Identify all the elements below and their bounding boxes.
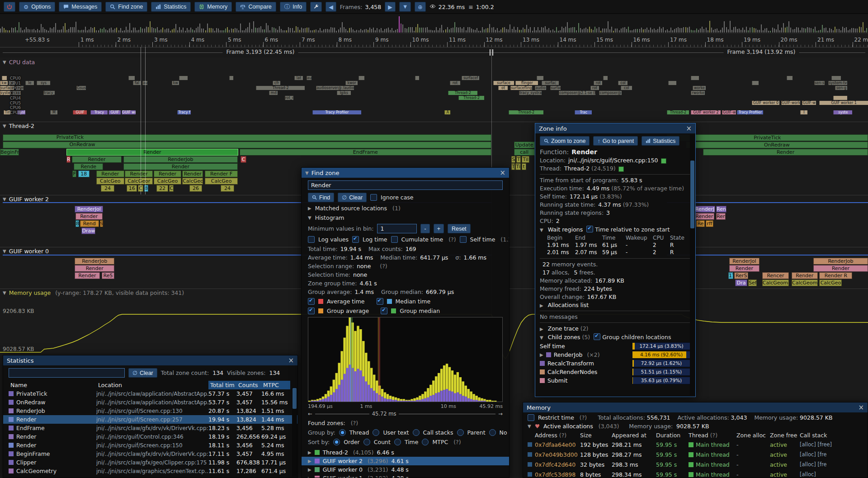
zone[interactable]: RenderJol	[75, 206, 103, 213]
frame-bar[interactable]	[98, 30, 99, 33]
frame-bar[interactable]	[728, 29, 729, 33]
frame-bar[interactable]	[240, 24, 241, 33]
cpu-zone[interactable]: I	[800, 110, 807, 114]
frame-bar[interactable]	[779, 30, 780, 33]
frame-bar[interactable]	[567, 22, 568, 33]
frame-bar[interactable]	[384, 29, 385, 33]
cpu-zone[interactable]: lat	[294, 76, 303, 80]
frame-bar[interactable]	[284, 30, 285, 33]
statistics-titlebar[interactable]: Statistics ×	[3, 355, 297, 365]
frame-bar[interactable]	[75, 22, 76, 33]
frame-bar[interactable]	[340, 28, 341, 33]
frame-bar[interactable]	[572, 27, 573, 33]
frame-bar[interactable]	[541, 27, 542, 33]
frame-bar[interactable]	[312, 30, 313, 33]
statistics-button[interactable]: Statistics	[151, 2, 191, 12]
cpu-zone[interactable]: GUIF	[73, 110, 87, 114]
collapse-icon[interactable]: ▼	[3, 123, 6, 128]
zone[interactable]: Render	[75, 272, 100, 279]
frame-bar[interactable]	[698, 30, 699, 33]
frame-bar[interactable]	[81, 30, 82, 33]
frame-bar[interactable]	[803, 28, 804, 33]
frame-bar[interactable]	[342, 22, 343, 33]
frame-bar[interactable]	[116, 28, 117, 33]
zone[interactable]: CalcGeo	[205, 178, 238, 185]
frame-bar[interactable]	[222, 30, 222, 33]
frame-bar[interactable]	[548, 28, 549, 33]
frame-bar[interactable]	[96, 30, 97, 33]
frame-bar[interactable]	[165, 29, 165, 33]
call-stack[interactable]: [alloc] [fre	[800, 451, 868, 458]
restrict-time-checkbox[interactable]	[528, 414, 534, 421]
wait-regions-header[interactable]: ▼ Wait regions Time relative to zone sta…	[535, 226, 695, 233]
statistics-clear-button[interactable]: ∅Clear	[128, 368, 157, 378]
cpu-zone[interactable]: system-tv	[828, 81, 847, 85]
frame-bar[interactable]	[853, 28, 854, 33]
frame-bar[interactable]	[454, 22, 455, 33]
frame-bar[interactable]	[615, 28, 616, 33]
frame-bar[interactable]	[369, 28, 370, 33]
expand-icon[interactable]: ▶	[540, 352, 543, 357]
radio-mtpc[interactable]	[422, 439, 429, 445]
frame-bar[interactable]	[105, 29, 106, 33]
frame-bar[interactable]	[266, 23, 267, 33]
frame-bar[interactable]	[602, 28, 603, 33]
frame-bar[interactable]	[290, 28, 291, 33]
frame-bar[interactable]	[506, 29, 507, 33]
frame-bar[interactable]	[218, 28, 219, 33]
frame-bar[interactable]	[604, 28, 605, 33]
radio-order[interactable]	[333, 439, 340, 445]
zone[interactable]: S	[511, 156, 516, 163]
frame-bar[interactable]	[155, 28, 156, 33]
frame-bar[interactable]	[694, 30, 695, 33]
zone[interactable]: EndFrame	[240, 149, 491, 156]
frame-bar[interactable]	[764, 28, 765, 33]
frame-bar[interactable]	[831, 29, 832, 33]
cpu-zone[interactable]: audio	[535, 86, 546, 90]
zone[interactable]: Dra	[735, 279, 747, 286]
call-stack[interactable]: [alloc] [fre	[800, 461, 868, 468]
frame-bar[interactable]	[543, 28, 544, 33]
frame-bar[interactable]	[460, 27, 461, 33]
frame-bar[interactable]	[19, 22, 19, 33]
frame-bar[interactable]	[432, 30, 433, 33]
frame-bar[interactable]	[785, 28, 786, 33]
cpu-zone[interactable]: col	[618, 81, 627, 85]
frame-bar[interactable]	[794, 29, 795, 33]
info-button[interactable]: ⓘInfo	[280, 2, 307, 12]
frame-bar[interactable]	[410, 27, 411, 33]
frame-bar[interactable]	[748, 30, 749, 33]
frame-bar[interactable]	[713, 30, 714, 33]
cpu-zone[interactable]	[668, 81, 676, 85]
close-icon[interactable]: ×	[686, 125, 692, 132]
zone[interactable]: R	[66, 156, 71, 163]
column-header-mtpc[interactable]: MTPC	[261, 381, 290, 389]
frame-bar[interactable]	[354, 31, 355, 33]
cpu-zone[interactable]: cfr	[273, 81, 280, 85]
frame-bar[interactable]	[303, 28, 304, 33]
frame-bar[interactable]	[104, 28, 104, 33]
cpu-zone[interactable]	[415, 76, 420, 80]
frame-bar[interactable]	[434, 30, 435, 33]
cpu-zone[interactable]: tracy_sy	[43, 91, 55, 95]
close-icon[interactable]: ×	[288, 357, 294, 364]
table-row[interactable]: 0x7e049b3d00128 bytes298.27 ms59.95 sMai…	[523, 450, 868, 459]
frame-bar[interactable]	[135, 28, 136, 33]
zone[interactable]: CalcGeome	[762, 279, 789, 286]
frame-bar[interactable]	[443, 30, 444, 33]
frame-bar[interactable]	[151, 27, 152, 33]
frame-bar[interactable]	[242, 30, 243, 33]
frame-bar[interactable]	[100, 28, 101, 33]
frame-bar[interactable]	[857, 28, 858, 33]
frame-bar[interactable]	[633, 29, 634, 33]
found-zone-group[interactable]: ▶Thread-2(4,105)6.46 s	[302, 448, 509, 457]
histogram-section-header[interactable]: ▼Histogram	[302, 214, 509, 221]
frame-bar[interactable]	[670, 28, 671, 33]
frame-bar[interactable]	[623, 28, 623, 33]
expand-icon[interactable]: ▶	[308, 450, 311, 455]
frame-bar[interactable]	[198, 27, 198, 33]
zone[interactable]: CalcGeo	[819, 279, 842, 286]
frame-bar[interactable]	[33, 29, 34, 33]
frame-label-right[interactable]: Frame 3,194 (13.92 ms)	[723, 48, 799, 55]
frame-bar[interactable]	[582, 29, 583, 33]
